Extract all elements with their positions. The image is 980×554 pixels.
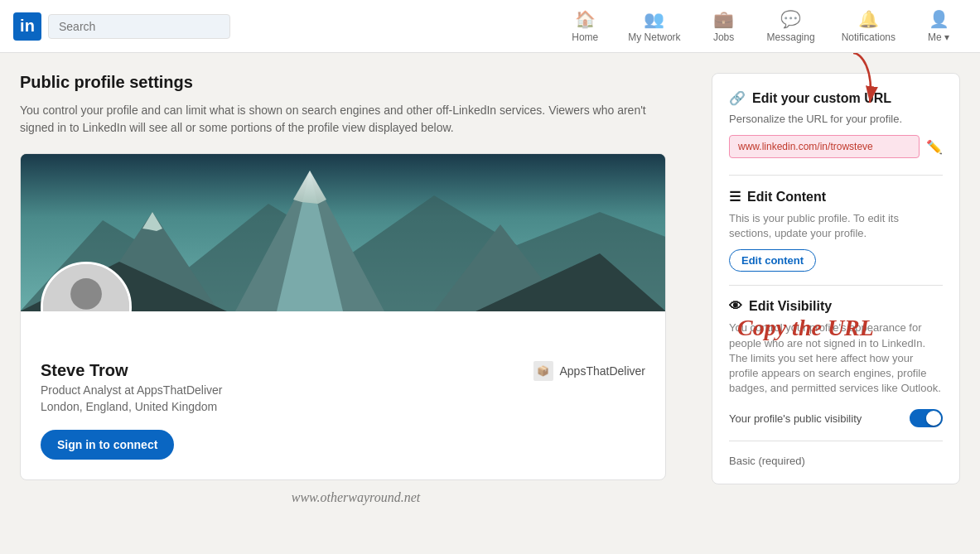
company-icon: 📦 xyxy=(533,361,553,381)
edit-visibility-title: 👁 Edit Visibility xyxy=(729,299,943,314)
nav-item-network[interactable]: 👥 My Network xyxy=(616,2,692,50)
profile-banner xyxy=(21,154,665,311)
edit-content-section: ☰ Edit Content This is your public profi… xyxy=(729,189,943,272)
profile-headline: Product Analyst at AppsThatDeliver xyxy=(41,383,222,397)
edit-visibility-desc: You control your profile's appearance fo… xyxy=(729,320,943,396)
custom-url-section: 🔗 Edit your custom URL Personalize the U… xyxy=(729,90,943,158)
divider-3 xyxy=(729,441,943,441)
nav-item-jobs[interactable]: 💼 Jobs xyxy=(696,2,752,50)
profile-avatar xyxy=(41,262,132,311)
edit-content-title: ☰ Edit Content xyxy=(729,189,943,205)
url-row: www.linkedin.com/in/trowsteve ✏️ xyxy=(729,135,943,158)
main-nav: 🏠 Home 👥 My Network 💼 Jobs 💬 Messaging 🔔… xyxy=(557,2,967,50)
main-layout: Public profile settings You control your… xyxy=(0,73,980,505)
right-panel: 🔗 Edit your custom URL Personalize the U… xyxy=(712,73,960,505)
eye-icon: 👁 xyxy=(729,299,742,314)
nav-item-messaging[interactable]: 💬 Messaging xyxy=(756,2,827,50)
profile-card: Steve Trow Product Analyst at AppsThatDe… xyxy=(20,153,666,480)
home-icon: 🏠 xyxy=(575,9,596,29)
nav-item-home[interactable]: 🏠 Home xyxy=(557,2,613,50)
edit-content-button[interactable]: Edit content xyxy=(729,249,816,272)
sign-in-button[interactable]: Sign in to connect xyxy=(41,430,174,460)
messaging-icon: 💬 xyxy=(780,9,801,29)
profile-name: Steve Trow xyxy=(41,361,222,380)
edit-content-desc: This is your public profile. To edit its… xyxy=(729,211,943,241)
right-panel-inner: 🔗 Edit your custom URL Personalize the U… xyxy=(729,90,943,467)
edit-visibility-section: 👁 Edit Visibility You control your profi… xyxy=(729,299,943,396)
nav-label-home: Home xyxy=(572,31,598,43)
visibility-toggle-row: Your profile's public visibility xyxy=(729,409,943,427)
nav-label-network: My Network xyxy=(628,31,680,43)
nav-item-notifications[interactable]: 🔔 Notifications xyxy=(830,2,907,50)
company-badge: 📦 AppsThatDeliver xyxy=(533,361,646,381)
notifications-icon: 🔔 xyxy=(858,9,879,29)
profile-details: Steve Trow Product Analyst at AppsThatDe… xyxy=(41,361,222,460)
profile-avatar-container xyxy=(41,262,132,311)
navbar: in 🏠 Home 👥 My Network 💼 Jobs 💬 Messagin… xyxy=(0,0,980,53)
avatar-svg xyxy=(43,262,129,311)
network-icon: 👥 xyxy=(644,9,664,29)
nav-label-me: Me ▾ xyxy=(928,31,949,43)
divider-1 xyxy=(729,175,943,176)
custom-url-title: 🔗 Edit your custom URL xyxy=(729,90,943,106)
basic-required-label: Basic (required) xyxy=(729,455,943,467)
divider-2 xyxy=(729,285,943,286)
jobs-icon: 💼 xyxy=(713,9,734,29)
svg-point-11 xyxy=(70,278,102,310)
watermark-text: www.otherwayround.net xyxy=(20,490,692,505)
me-icon: 👤 xyxy=(929,9,949,29)
nav-item-me[interactable]: 👤 Me ▾ xyxy=(910,2,967,50)
visibility-label: Your profile's public visibility xyxy=(729,412,862,425)
visibility-toggle[interactable] xyxy=(910,409,943,427)
edit-url-button[interactable]: ✏️ xyxy=(926,139,943,155)
url-display: www.linkedin.com/in/trowsteve xyxy=(729,135,920,158)
page-description: You control your profile and can limit w… xyxy=(20,102,666,137)
left-panel: Public profile settings You control your… xyxy=(20,73,692,505)
nav-label-jobs: Jobs xyxy=(713,31,734,43)
profile-info-section: Steve Trow Product Analyst at AppsThatDe… xyxy=(21,311,665,479)
nav-label-notifications: Notifications xyxy=(842,31,896,43)
company-name: AppsThatDeliver xyxy=(560,364,646,378)
custom-url-desc: Personalize the URL for your profile. xyxy=(729,113,943,125)
page-title: Public profile settings xyxy=(20,73,692,92)
nav-label-messaging: Messaging xyxy=(767,31,815,43)
search-bar xyxy=(48,14,230,39)
link-icon: 🔗 xyxy=(729,90,746,106)
profile-location: London, England, United Kingdom xyxy=(41,400,222,413)
list-icon: ☰ xyxy=(729,189,741,205)
search-input[interactable] xyxy=(48,14,230,39)
right-card: 🔗 Edit your custom URL Personalize the U… xyxy=(712,73,960,484)
linkedin-logo[interactable]: in xyxy=(13,12,41,41)
